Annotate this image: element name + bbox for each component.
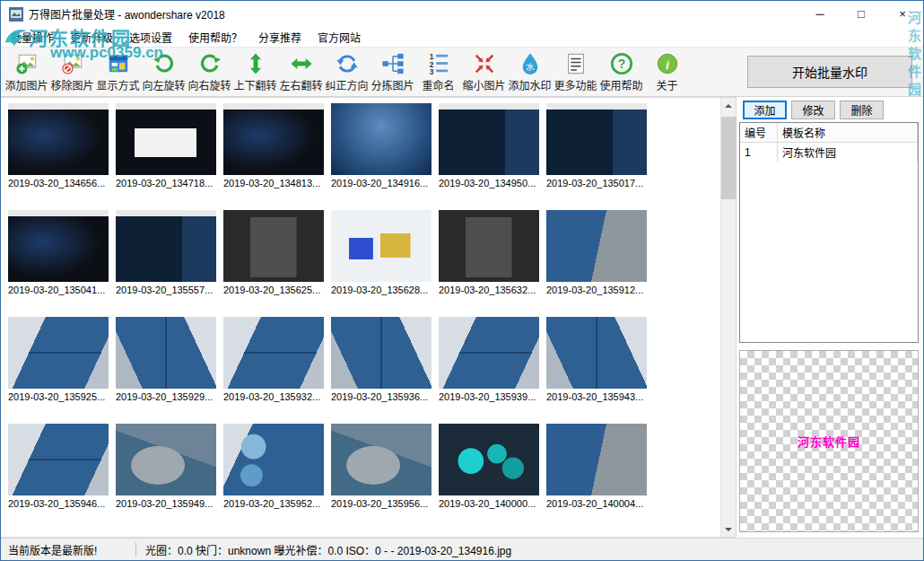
thumbnail-image (223, 317, 324, 389)
thumbnail-image (439, 103, 539, 175)
thumbnail-item[interactable]: 2019-03-20_135041... (8, 210, 116, 317)
thumbnail-item[interactable]: 2019-03-20_134656... (8, 103, 116, 210)
thumbnail-filename: 2019-03-20_134950... (439, 178, 546, 188)
thumbnail-image (8, 210, 109, 282)
thumbnail-item[interactable]: 2019-03-20_135936... (331, 317, 439, 424)
scrollbar-track[interactable] (721, 113, 736, 522)
modify-template-button[interactable]: 修改 (791, 101, 835, 119)
thumbnail-item[interactable]: 2019-03-20_135625... (223, 210, 331, 317)
thumbnail-image (439, 210, 539, 282)
toolbar-button-label: 向左旋转 (142, 77, 185, 92)
menu-item-1[interactable]: 批量操作 (3, 30, 62, 45)
thumbnail-filename: 2019-03-20_140004... (546, 498, 654, 509)
toolbar-button-rename[interactable]: 123重命名 (415, 48, 461, 95)
thumbnail-filename: 2019-03-20_135936... (331, 391, 439, 402)
thumbnail-item[interactable]: 2019-03-20_135952... (223, 424, 331, 530)
menu-item-4[interactable]: 使用帮助？ (180, 30, 250, 45)
thumbnail-image (331, 103, 431, 175)
thumbnail-item[interactable]: 2019-03-20_135912... (546, 210, 654, 317)
thumbnail-item[interactable]: 2019-03-20_135017... (546, 103, 654, 210)
thumbnail-filename: 2019-03-20_135929... (116, 391, 223, 402)
watermark-preview-text: 河东软件园 (798, 433, 860, 450)
correct-orientation-icon (336, 52, 359, 75)
toolbar-button-add-watermark[interactable]: 水添加水印 (507, 48, 553, 95)
window-controls: ─ □ × (799, 1, 923, 27)
thumbnail-image (439, 317, 539, 389)
toolbar-button-label: 关于 (656, 77, 677, 92)
thumbnail-item[interactable]: 2019-03-20_135946... (8, 424, 116, 530)
maximize-button[interactable]: □ (841, 1, 882, 27)
toolbar-button-label: 纠正方向 (325, 77, 368, 92)
toolbar-button-help[interactable]: ?使用帮助 (598, 48, 644, 95)
menu-bar: 批量操作更新升级选项设置使用帮助？分享推荐官方网站 (1, 27, 923, 47)
toolbar-button-flip-horizontal[interactable]: 左右翻转 (278, 48, 324, 95)
app-icon (9, 7, 23, 22)
thumbnail-image (8, 103, 109, 175)
toolbar-button-label: 更多功能 (554, 77, 597, 92)
scroll-down-icon[interactable] (721, 522, 736, 537)
thumbnail-item[interactable]: 2019-03-20_135929... (116, 317, 223, 424)
toolbar-button-correct-orientation[interactable]: 纠正方向 (324, 48, 370, 95)
menu-item-6[interactable]: 官方网站 (309, 30, 369, 45)
thumbnail-item[interactable]: 2019-03-20_135925... (8, 317, 116, 424)
delete-template-button[interactable]: 删除 (840, 101, 884, 119)
thumbnail-item[interactable]: 2019-03-20_135939... (439, 317, 546, 424)
thumbnail-item[interactable]: 2019-03-20_134950... (439, 103, 546, 210)
vertical-scrollbar[interactable] (720, 98, 736, 537)
minimize-button[interactable]: ─ (799, 1, 841, 27)
toolbar-button-label: 移除图片 (50, 77, 93, 92)
toolbar-button-add-image[interactable]: 添加图片 (4, 48, 49, 95)
thumbnail-item[interactable]: 2019-03-20_135943... (546, 317, 654, 424)
thumbnail-item[interactable]: 2019-03-20_135628... (331, 210, 439, 317)
menu-item-5[interactable]: 分享推荐 (250, 30, 309, 45)
start-batch-watermark-button[interactable]: 开始批量水印 (747, 56, 912, 88)
thumbnail-filename: 2019-03-20_134813... (223, 178, 331, 188)
thumbnail-filename: 2019-03-20_135625... (223, 285, 331, 295)
thumbnail-item[interactable]: 2019-03-20_135949... (116, 424, 223, 530)
thumbnail-item[interactable]: 2019-03-20_134718... (116, 103, 223, 210)
toolbar-button-sort-images[interactable]: 分拣图片 (370, 48, 415, 95)
thumbnail-item[interactable]: 2019-03-20_140000... (439, 424, 546, 530)
toolbar-button-shrink-image[interactable]: 缩小图片 (461, 48, 507, 95)
scroll-up-icon[interactable] (721, 98, 736, 113)
toolbar-button-about[interactable]: i关于 (644, 48, 690, 95)
toolbar-button-rotate-right[interactable]: 向右旋转 (187, 48, 232, 95)
menu-item-2[interactable]: 更新升级 (62, 30, 121, 45)
svg-text:3: 3 (429, 67, 433, 75)
thumbnail-filename: 2019-03-20_135956... (331, 498, 439, 509)
watermark-preview: 河东软件园 (739, 350, 919, 532)
thumbnail-grid: 2019-03-20_134656...2019-03-20_134718...… (1, 98, 720, 537)
toolbar-button-label: 重命名 (422, 77, 454, 92)
toolbar-button-flip-vertical[interactable]: 上下翻转 (232, 48, 278, 95)
window-title: 万得图片批量处理 - awondershare v2018 (29, 6, 225, 22)
thumbnail-item[interactable]: 2019-03-20_134916... (331, 103, 439, 210)
toolbar-button-display-mode[interactable]: 显示方式 (95, 48, 141, 95)
thumbnail-filename: 2019-03-20_135925... (8, 391, 116, 402)
thumbnail-item[interactable]: 2019-03-20_135557... (116, 210, 223, 317)
about-icon: i (656, 52, 679, 75)
thumbnail-filename: 2019-03-20_140000... (439, 498, 546, 509)
thumbnail-item[interactable]: 2019-03-20_134813... (223, 103, 331, 210)
thumbnail-filename: 2019-03-20_135946... (8, 498, 116, 509)
flip-horizontal-icon (290, 52, 313, 75)
toolbar-button-more-functions[interactable]: 更多功能 (553, 48, 598, 95)
thumbnail-item[interactable]: 2019-03-20_135932... (223, 317, 331, 424)
thumbnail-item[interactable]: 2019-03-20_135632... (439, 210, 546, 317)
toolbar-button-label: 使用帮助 (599, 77, 642, 92)
thumbnail-item[interactable]: 2019-03-20_135956... (331, 424, 439, 530)
toolbar-button-label: 显示方式 (96, 77, 139, 92)
scrollbar-thumb[interactable] (721, 117, 737, 199)
thumbnail-item[interactable]: 2019-03-20_140004... (546, 424, 654, 530)
toolbar-button-rotate-left[interactable]: 向左旋转 (141, 48, 187, 95)
menu-item-3[interactable]: 选项设置 (121, 30, 180, 45)
thumbnail-filename: 2019-03-20_135932... (223, 391, 331, 402)
thumbnail-filename: 2019-03-20_134718... (116, 178, 223, 188)
close-button[interactable]: × (882, 1, 923, 27)
rename-icon: 123 (427, 52, 450, 75)
app-window: 万得图片批量处理 - awondershare v2018 ─ □ × 批量操作… (0, 0, 924, 561)
add-template-button[interactable]: 添加 (743, 101, 787, 119)
toolbar-button-remove-image[interactable]: 移除图片 (49, 48, 95, 95)
thumbnail-image (8, 317, 109, 389)
table-row[interactable]: 1河东软件园 (740, 143, 918, 162)
main-area: 2019-03-20_134656...2019-03-20_134718...… (1, 97, 923, 538)
